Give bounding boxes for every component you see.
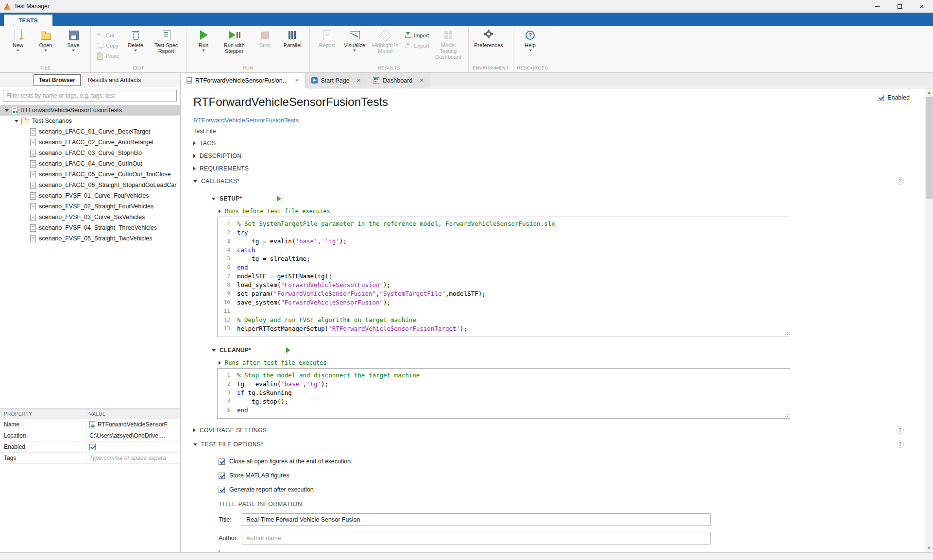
delete-button[interactable]: Delete xyxy=(122,28,149,51)
doc-tab-startpage[interactable]: Start Page✕ xyxy=(305,73,367,88)
tree-item-scenario[interactable]: scenario_FVSF_03_Curve_SixVehicles xyxy=(0,212,180,222)
enabled-checkbox[interactable] xyxy=(89,444,96,450)
cleanup-header[interactable]: CLEANUP* xyxy=(212,347,904,354)
tree-item-scenario[interactable]: scenario_LFACC_03_Curve_StopnGo xyxy=(0,148,180,158)
expander-expanded-icon[interactable] xyxy=(15,120,18,122)
new-button[interactable]: New xyxy=(5,28,31,51)
tab-tests[interactable]: TESTS xyxy=(4,15,52,26)
help-question-icon[interactable]: ? xyxy=(897,426,904,434)
scroll-down-icon[interactable]: ▼ xyxy=(925,544,933,552)
setup-hint[interactable]: Runs before test file executes xyxy=(219,208,904,215)
tree-item-scenario[interactable]: scenario_LFACC_05_Curve_CutInOut_TooClos… xyxy=(0,169,180,180)
author-input[interactable] xyxy=(242,532,711,544)
cut-button[interactable]: Cut xyxy=(95,31,121,39)
visualize-button[interactable]: Visualize xyxy=(341,28,368,51)
tree-item-scenario[interactable]: scenario_FVSF_01_Curve_FourVehicles xyxy=(0,190,180,201)
tree-item-scenario[interactable]: scenario_LFACC_01_Curve_DecelTarget xyxy=(0,126,180,137)
run-button[interactable]: Run xyxy=(190,28,217,51)
filter-tests-input[interactable] xyxy=(3,90,177,102)
expander-expanded-icon[interactable] xyxy=(212,349,216,352)
expander-expanded-icon[interactable] xyxy=(193,443,197,446)
option-checkbox[interactable] xyxy=(219,473,225,479)
test-file-link[interactable]: RTForwardVehicleSensorFusionTests xyxy=(193,117,299,124)
option-row: Close all open figures at the end of exe… xyxy=(219,458,904,465)
resize-grip-icon[interactable] xyxy=(787,416,788,417)
report-button[interactable]: Report xyxy=(314,28,340,48)
option-checkbox[interactable] xyxy=(219,487,225,493)
expander-collapsed-icon[interactable] xyxy=(193,167,196,170)
help-question-icon[interactable]: ? xyxy=(897,177,904,185)
section-coverage-settings[interactable]: COVERAGE SETTINGS ? xyxy=(193,426,904,435)
cleanup-hint[interactable]: Runs after test file executes xyxy=(219,359,904,366)
paste-button[interactable]: Paste xyxy=(95,51,121,60)
stop-button[interactable]: Stop xyxy=(252,28,278,48)
vertical-scrollbar[interactable]: ▲ ▼ xyxy=(925,88,933,552)
toolbar-group-run: Run Run with Stepper Stop Parallel RUN xyxy=(187,26,310,72)
ribbon-tab-strip: TESTS xyxy=(0,13,933,26)
expander-collapsed-icon[interactable] xyxy=(193,141,196,145)
section-test-file-options[interactable]: TEST FILE OPTIONS* ? xyxy=(193,440,904,449)
tree-item-test-suite[interactable]: Test Scenarios xyxy=(0,116,180,126)
close-tab-icon[interactable]: ✕ xyxy=(357,78,361,83)
close-button[interactable]: ✕ xyxy=(911,0,933,13)
toolbar-group-resources: ? Help RESOURCES xyxy=(513,26,553,72)
tab-test-browser[interactable]: Test Browser xyxy=(34,74,81,86)
section-tags[interactable]: TAGS xyxy=(193,139,904,148)
tree-item-test-file[interactable]: RTForwardVehicleSensorFusionTests xyxy=(0,105,180,116)
preferences-button[interactable]: Preferences xyxy=(473,28,505,48)
expander-collapsed-icon[interactable] xyxy=(193,154,196,158)
highlight-in-model-button[interactable]: Highlight in Model xyxy=(369,28,401,54)
tree-item-scenario[interactable]: scenario_LFACC_06_Straight_StopandGoLead… xyxy=(0,180,180,190)
save-button[interactable]: Save xyxy=(60,28,86,51)
option-checkbox[interactable] xyxy=(219,458,225,465)
expander-collapsed-icon[interactable] xyxy=(193,428,196,432)
highlight-icon xyxy=(379,29,391,41)
expander-expanded-icon[interactable] xyxy=(193,180,197,183)
close-tab-icon[interactable]: ✕ xyxy=(420,78,424,83)
expander-collapsed-icon[interactable] xyxy=(219,209,221,213)
test-enabled-checkbox[interactable] xyxy=(878,95,884,101)
cleanup-code-editor[interactable]: 1% Stop the model and disconnect the tar… xyxy=(217,368,790,419)
test-case-icon xyxy=(30,171,36,178)
expander-expanded-icon[interactable] xyxy=(212,198,216,200)
test-file-type-label: Test File xyxy=(193,128,904,135)
expander-expanded-icon[interactable] xyxy=(5,109,9,112)
test-spec-report-button[interactable]: Test Spec Report xyxy=(150,28,182,54)
setup-header[interactable]: SETUP* xyxy=(212,195,904,202)
tree-item-scenario[interactable]: scenario_FVSF_02_Straight_FourVehicles xyxy=(0,201,180,212)
copy-button[interactable]: Copy xyxy=(95,41,121,50)
open-button[interactable]: Open xyxy=(33,28,59,51)
section-callbacks[interactable]: CALLBACKS* ? xyxy=(193,177,904,186)
help-question-icon[interactable]: ? xyxy=(897,441,904,448)
tree-item-scenario[interactable]: scenario_LFACC_04_Curve_CutInOut xyxy=(0,158,180,169)
minimize-button[interactable] xyxy=(866,0,888,13)
scroll-up-icon[interactable]: ▲ xyxy=(925,88,933,97)
section-description[interactable]: DESCRIPTION xyxy=(193,152,904,160)
setup-code-editor[interactable]: 1% Set SystemTargetFile parameter in the… xyxy=(217,217,790,337)
export-button[interactable]: Export xyxy=(403,41,431,50)
section-requirements[interactable]: REQUIREMENTS xyxy=(193,164,904,173)
tab-results-and-artifacts[interactable]: Results and Artifacts xyxy=(83,74,146,86)
chevron-down-icon xyxy=(134,50,137,51)
tree-item-scenario[interactable]: scenario_LFACC_02_Curve_AutoRetarget xyxy=(0,137,180,148)
run-with-stepper-button[interactable]: Run with Stepper xyxy=(218,28,250,54)
run-cleanup-button[interactable] xyxy=(286,347,290,353)
title-input[interactable] xyxy=(242,513,711,526)
close-tab-icon[interactable]: ✕ xyxy=(295,78,299,83)
doc-tab-dashboard[interactable]: Dashboard✕ xyxy=(367,73,430,88)
partial-checkbox[interactable] xyxy=(219,550,220,552)
maximize-button[interactable] xyxy=(888,0,911,13)
scrollbar-thumb[interactable] xyxy=(926,97,933,199)
doc-tab-testfile[interactable]: RTForwardVehicleSensorFusion...✕ xyxy=(181,73,305,88)
tree-item-scenario[interactable]: scenario_FVSF_04_Straight_ThreeVehicles xyxy=(0,222,180,233)
help-button[interactable]: ? Help xyxy=(517,28,543,51)
parallel-button[interactable]: Parallel xyxy=(279,28,305,48)
tags-input[interactable]: Type comma or space separa xyxy=(89,455,166,461)
model-testing-dashboard-button[interactable]: Model Testing Dashboard xyxy=(432,28,464,60)
run-setup-button[interactable] xyxy=(277,196,281,202)
resize-grip-icon[interactable] xyxy=(787,334,788,335)
test-file-icon xyxy=(89,421,95,428)
tree-item-scenario[interactable]: scenario_FVSF_05_Straight_TwoVehicles xyxy=(0,233,180,244)
import-button[interactable]: Import xyxy=(403,31,431,39)
expander-collapsed-icon[interactable] xyxy=(219,361,221,365)
